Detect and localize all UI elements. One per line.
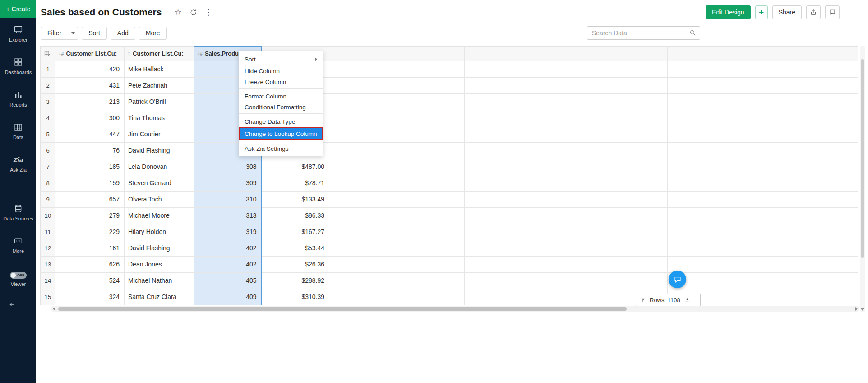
cell-customer-name[interactable]: Olvera Toch: [125, 191, 194, 207]
cell-customer-id[interactable]: 159: [55, 175, 125, 191]
cell-customer-id[interactable]: 76: [55, 142, 125, 159]
column-header-customer-name[interactable]: TCustomer List.Cu:: [125, 46, 194, 61]
row-number[interactable]: 3: [41, 93, 55, 110]
cell-amount[interactable]: $133.49: [262, 191, 329, 207]
context-menu-item[interactable]: Sort: [239, 53, 323, 65]
scroll-to-bottom-icon[interactable]: [684, 297, 690, 303]
cell-customer-name[interactable]: Lela Donovan: [125, 159, 194, 175]
cell-customer-name[interactable]: Hilary Holden: [125, 224, 194, 240]
filter-button[interactable]: Filter: [41, 27, 68, 40]
context-menu-item[interactable]: Change Data Type: [239, 116, 323, 127]
context-menu-item[interactable]: Change to Lookup Column: [239, 127, 323, 140]
cell-customer-id[interactable]: 447: [55, 126, 125, 142]
cell-sales-product[interactable]: 402: [194, 240, 262, 256]
cell-customer-id[interactable]: 300: [55, 110, 125, 126]
cell-customer-id[interactable]: 626: [55, 256, 125, 272]
cell-customer-name[interactable]: David Flashing: [125, 240, 194, 256]
scroll-right-arrow[interactable]: [855, 307, 858, 311]
more-button[interactable]: More: [139, 27, 167, 40]
row-number[interactable]: 5: [41, 126, 55, 142]
cell-customer-name[interactable]: Michael Moore: [125, 207, 194, 224]
sidebar-item-reports[interactable]: Reports: [0, 83, 36, 115]
cell-sales-product[interactable]: 309: [194, 175, 262, 191]
row-number[interactable]: 14: [41, 272, 55, 289]
search-input[interactable]: [587, 26, 700, 40]
cell-customer-id[interactable]: 420: [55, 61, 125, 77]
row-number[interactable]: 7: [41, 159, 55, 175]
add-button[interactable]: Add: [111, 27, 135, 40]
cell-customer-name[interactable]: Santa Cruz Clara: [125, 289, 194, 305]
cell-customer-id[interactable]: 431: [55, 77, 125, 93]
cell-customer-id[interactable]: 213: [55, 93, 125, 110]
scroll-left-arrow[interactable]: [53, 307, 55, 311]
row-number[interactable]: 6: [41, 142, 55, 159]
cell-amount[interactable]: $26.36: [262, 256, 329, 272]
sidebar-item-more[interactable]: More: [0, 229, 36, 262]
context-menu-item[interactable]: Ask Zia Settings: [239, 142, 323, 154]
cell-sales-product[interactable]: 313: [194, 207, 262, 224]
context-menu-item[interactable]: Freeze Column: [239, 77, 323, 89]
add-new-button[interactable]: +: [755, 5, 768, 19]
cell-customer-id[interactable]: 524: [55, 272, 125, 289]
viewer-toggle[interactable]: OFF: [10, 272, 27, 279]
row-number[interactable]: 9: [41, 191, 55, 207]
cell-amount[interactable]: $487.00: [262, 159, 329, 175]
row-number[interactable]: 15: [41, 289, 55, 305]
select-all-corner[interactable]: [41, 46, 55, 61]
cell-customer-name[interactable]: Jim Courier: [125, 126, 194, 142]
row-number[interactable]: 2: [41, 77, 55, 93]
context-menu-item[interactable]: Format Column: [239, 90, 323, 102]
row-number[interactable]: 12: [41, 240, 55, 256]
cell-customer-id[interactable]: 324: [55, 289, 125, 305]
row-number[interactable]: 8: [41, 175, 55, 191]
context-menu-item[interactable]: Conditional Formatting: [239, 102, 323, 114]
sidebar-item-ask-zia[interactable]: Zia Ask Zia: [0, 148, 36, 180]
cell-customer-id[interactable]: 229: [55, 224, 125, 240]
sidebar-item-data-sources[interactable]: Data Sources: [0, 196, 36, 229]
cell-customer-name[interactable]: Michael Nathan: [125, 272, 194, 289]
cell-customer-name[interactable]: Dean Jones: [125, 256, 194, 272]
sidebar-item-explorer[interactable]: Explorer: [0, 18, 36, 50]
favorite-star-icon[interactable]: ☆: [174, 8, 181, 16]
vertical-scrollbar[interactable]: [860, 46, 865, 312]
cell-customer-name[interactable]: Pete Zachriah: [125, 77, 194, 93]
sidebar-item-dashboards[interactable]: Dashboards: [0, 50, 36, 83]
collapse-sidebar-button[interactable]: [6, 300, 16, 310]
cell-customer-id[interactable]: 279: [55, 207, 125, 224]
cell-amount[interactable]: $167.27: [262, 224, 329, 240]
cell-customer-name[interactable]: Mike Ballack: [125, 61, 194, 77]
cell-customer-name[interactable]: Steven Gerrard: [125, 175, 194, 191]
sort-button[interactable]: Sort: [82, 27, 107, 40]
cell-sales-product[interactable]: 310: [194, 191, 262, 207]
cell-sales-product[interactable]: 319: [194, 224, 262, 240]
horizontal-scrollbar[interactable]: [51, 306, 859, 312]
cell-sales-product[interactable]: 308: [194, 159, 262, 175]
refresh-icon[interactable]: [189, 9, 197, 16]
horizontal-scrollbar-thumb[interactable]: [58, 307, 627, 311]
cell-sales-product[interactable]: 402: [194, 256, 262, 272]
row-number[interactable]: 11: [41, 224, 55, 240]
vertical-scrollbar-thumb[interactable]: [861, 59, 864, 258]
scroll-to-top-icon[interactable]: [640, 297, 646, 303]
cell-amount[interactable]: $288.92: [262, 272, 329, 289]
row-number[interactable]: 4: [41, 110, 55, 126]
scroll-down-arrow[interactable]: [861, 308, 864, 311]
cell-amount[interactable]: $53.44: [262, 240, 329, 256]
row-number[interactable]: 13: [41, 256, 55, 272]
comments-button[interactable]: [825, 5, 840, 19]
cell-customer-id[interactable]: 657: [55, 191, 125, 207]
row-number[interactable]: 10: [41, 207, 55, 224]
cell-amount[interactable]: $78.71: [262, 175, 329, 191]
cell-customer-name[interactable]: David Flashing: [125, 142, 194, 159]
cell-customer-id[interactable]: 161: [55, 240, 125, 256]
cell-customer-name[interactable]: Patrick O'Brill: [125, 93, 194, 110]
cell-sales-product[interactable]: 405: [194, 272, 262, 289]
cell-amount[interactable]: $86.33: [262, 207, 329, 224]
kebab-menu-icon[interactable]: ⋮: [205, 9, 212, 16]
share-button[interactable]: Share: [772, 5, 802, 19]
context-menu-item[interactable]: Hide Column: [239, 65, 323, 77]
row-number[interactable]: 1: [41, 61, 55, 77]
zia-chat-bubble[interactable]: [669, 271, 686, 288]
cell-customer-id[interactable]: 185: [55, 159, 125, 175]
cell-customer-name[interactable]: Tina Thomas: [125, 110, 194, 126]
